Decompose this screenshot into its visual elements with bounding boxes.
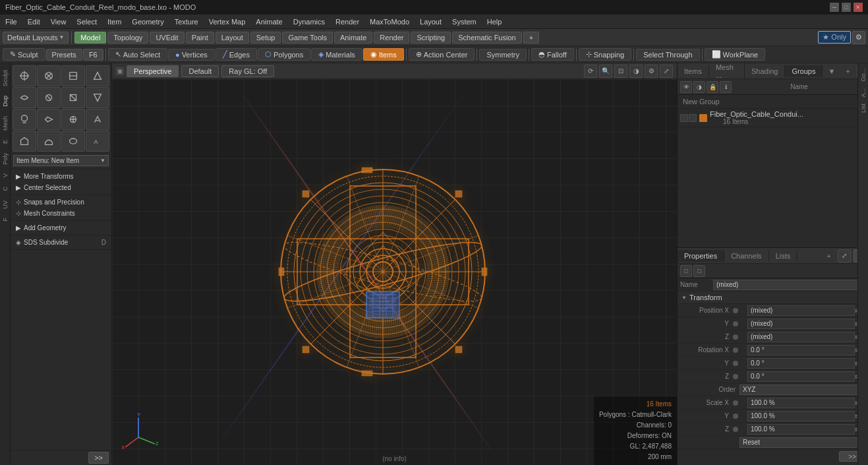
prop-expand-icon[interactable]: ⤢ (838, 249, 851, 263)
only-button[interactable]: ★ Only (818, 31, 851, 44)
default-tab[interactable]: Default (181, 65, 219, 77)
vert-tab-v[interactable]: V (1, 170, 10, 181)
symmetry-button[interactable]: Symmetry (479, 49, 527, 61)
rot-x-value[interactable]: 0.0 ° (747, 345, 855, 356)
tool-btn-7[interactable] (61, 87, 85, 108)
tool-btn-6[interactable] (37, 87, 61, 108)
menu-render[interactable]: Render (330, 16, 364, 27)
perspective-tab[interactable]: Perspective (127, 65, 179, 77)
tab-animate[interactable]: Animate (334, 32, 372, 44)
materials-button[interactable]: ◈ Materials (311, 48, 362, 61)
action-center-button[interactable]: ⊕ Action Center (409, 48, 475, 61)
viewport-shade-icon[interactable]: ◑ (629, 65, 643, 78)
scale-z-value[interactable]: 100.0 % (747, 424, 855, 435)
render-icon[interactable]: ◑ (693, 81, 705, 93)
tab-game-tools[interactable]: Game Tools (282, 32, 333, 44)
add-tab-button[interactable]: + (840, 65, 855, 77)
order-value[interactable]: XYZ ▼ (739, 385, 865, 395)
side-list-label[interactable]: List (859, 101, 867, 115)
ray-gl-tab[interactable]: Ray GL: Off (221, 65, 274, 77)
menu-item[interactable]: Item (102, 16, 127, 27)
tool-btn-12[interactable] (86, 109, 109, 130)
menu-help[interactable]: Help (482, 16, 507, 27)
tab-layout[interactable]: Layout (216, 32, 249, 44)
sds-subdivide-item[interactable]: ◈ SDS Subdivide (13, 237, 99, 248)
add-geometry-item[interactable]: ▶ Add Geometry (13, 222, 109, 233)
name-value[interactable]: (mixed) (713, 280, 865, 290)
tool-btn-14[interactable] (37, 131, 61, 152)
tool-btn-8[interactable] (86, 87, 109, 108)
falloff-button[interactable]: ◓ Falloff (531, 48, 574, 61)
layouts-dropdown[interactable]: Default Layouts ▼ (3, 32, 69, 44)
pos-y-value[interactable]: (mixed) (747, 319, 855, 329)
tab-uvedit[interactable]: UVEdit (150, 32, 184, 44)
tab-render[interactable]: Render (374, 32, 409, 44)
tool-btn-15[interactable] (61, 131, 85, 152)
minimize-button[interactable]: ─ (830, 3, 839, 12)
more-tabs-icon[interactable]: ▼ (823, 65, 840, 77)
scale-x-value[interactable]: 100.0 % (747, 398, 855, 408)
tool-btn-11[interactable] (61, 109, 85, 130)
prop-icon-2[interactable]: □ (693, 265, 705, 277)
vert-tab-dup[interactable]: Dup (1, 92, 10, 111)
vert-tab-poly[interactable]: Poly (1, 149, 10, 169)
presets-button[interactable]: Presets (46, 49, 82, 61)
mesh-constraints-item[interactable]: ⊹ Mesh Constraints (13, 208, 109, 219)
tab-scripting[interactable]: Scripting (411, 32, 451, 44)
viewport-expand-icon[interactable]: ⤢ (660, 65, 673, 78)
tab-topology[interactable]: Topology (107, 32, 148, 44)
tab-setup[interactable]: Setup (250, 32, 281, 44)
tab-items[interactable]: Items (678, 65, 709, 77)
vert-tab-c[interactable]: C (1, 183, 10, 195)
tool-btn-10[interactable] (37, 109, 61, 130)
tab-model[interactable]: Model (74, 32, 106, 44)
viewport-settings-icon[interactable]: ⚙ (645, 65, 658, 78)
tool-btn-13[interactable] (13, 131, 36, 152)
tab-groups[interactable]: Groups (785, 65, 823, 77)
menu-system[interactable]: System (447, 16, 482, 27)
menu-geometry[interactable]: Geometry (127, 16, 169, 27)
workplane-button[interactable]: ⬜ WorkPlane (705, 48, 766, 61)
add-prop-tab-icon[interactable]: + (822, 250, 836, 262)
vert-tab-sculpt[interactable]: Sculpt (1, 66, 10, 90)
prop-tab-lists[interactable]: Lists (769, 250, 798, 262)
snapping-button[interactable]: ⊹ Snapping (579, 48, 632, 61)
vert-tab-uv[interactable]: UV (1, 197, 10, 213)
sculpt-button[interactable]: ✎ Sculpt (3, 48, 45, 61)
tab-paint[interactable]: Paint (186, 32, 214, 44)
f6-button[interactable]: F6 (83, 49, 103, 61)
menu-vertex-map[interactable]: Vertex Map (204, 16, 251, 27)
expand-button[interactable]: >> (88, 452, 109, 464)
info-icon[interactable]: ℹ (720, 81, 732, 93)
viewport-canvas[interactable]: 16 Items Polygons : Catmull-Clark Channe… (112, 79, 677, 465)
menu-view[interactable]: View (45, 16, 72, 27)
close-button[interactable]: ✕ (854, 3, 863, 12)
rot-z-value[interactable]: 0.0 ° (747, 371, 855, 382)
snaps-precision-item[interactable]: ⊹ Snaps and Precision (13, 197, 109, 208)
tool-btn-9[interactable] (13, 109, 36, 130)
more-transforms-item[interactable]: ▶ More Transforms (13, 171, 109, 182)
items-button[interactable]: ◉ Items (363, 48, 404, 61)
prop-icon-1[interactable]: □ (680, 265, 692, 277)
properties-scroll[interactable]: Name (mixed) ▼ Transform Position X (mix… (678, 278, 868, 465)
menu-edit[interactable]: Edit (22, 16, 45, 27)
tool-btn-1[interactable] (13, 65, 36, 86)
list-item[interactable]: Fiber_Optic_Cable_Condui... 16 Items (678, 109, 868, 127)
transform-section-header[interactable]: ▼ Transform (678, 292, 868, 304)
menu-select[interactable]: Select (71, 16, 102, 27)
prop-tab-channels[interactable]: Channels (724, 250, 768, 262)
menu-maxtomodo[interactable]: MaxToModo (364, 16, 415, 27)
polygons-button[interactable]: ⬡ Polygons (258, 48, 310, 61)
pos-z-value[interactable]: (mixed) (747, 332, 855, 342)
menu-texture[interactable]: Texture (169, 16, 204, 27)
rot-y-value[interactable]: 0.0 ° (747, 358, 855, 369)
menu-animate[interactable]: Animate (250, 16, 287, 27)
viewport-zoom-icon[interactable]: 🔍 (599, 65, 612, 78)
viewport-menu-icon[interactable]: ≡ (116, 67, 124, 75)
tool-btn-2[interactable] (37, 65, 61, 86)
viewport-rotate-icon[interactable]: ⟳ (584, 65, 597, 78)
vert-tab-mesh[interactable]: Mesh (1, 112, 10, 135)
vis-eye-btn[interactable] (680, 114, 688, 122)
tab-mesh[interactable]: Mesh ... (709, 61, 745, 81)
tool-btn-4[interactable] (86, 65, 109, 86)
